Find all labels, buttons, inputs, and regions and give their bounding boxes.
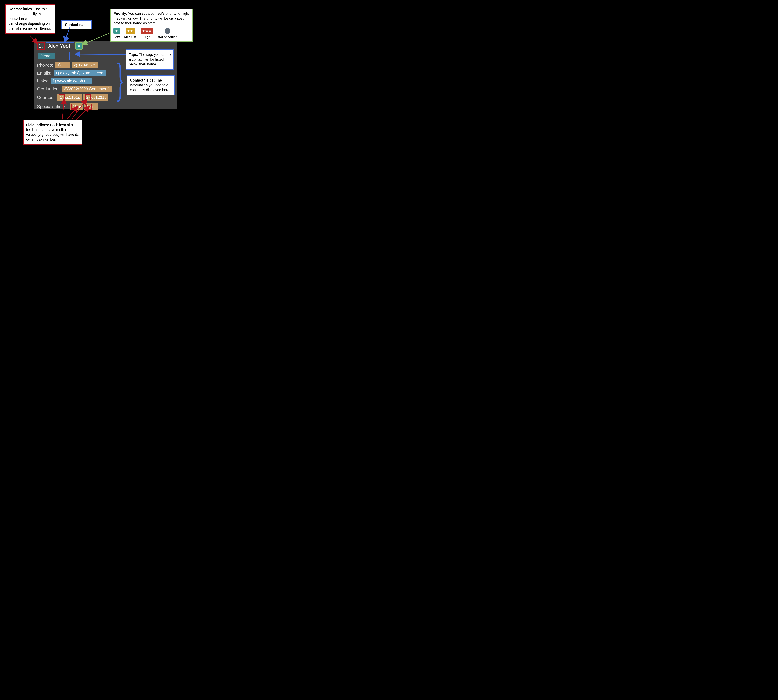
dash-icon: - xyxy=(165,28,170,34)
graduation-pill: AY2022/2023 Semester 1 xyxy=(62,86,112,92)
tag-chip: friends xyxy=(38,53,55,59)
link-pill: 1) www.alexyeoh.net xyxy=(50,78,92,84)
callout-priority: Priority: You can set a contact's priori… xyxy=(110,8,193,42)
star-icon: ★ xyxy=(77,44,81,48)
field-label: Emails: xyxy=(37,71,51,76)
legend-medium: ★★ Medium xyxy=(124,28,136,39)
legend-none: - Not specified xyxy=(158,28,177,39)
field-label: Graduation: xyxy=(37,87,60,92)
spec-pill: 2)ml xyxy=(84,103,99,110)
callout-tags: Tags: The tags you add to a contact will… xyxy=(126,50,174,70)
brace-icon: } xyxy=(115,53,125,107)
specialisations-row: Specialisations: 1)ai 2)ml xyxy=(37,103,174,110)
contact-name: Alex Yeoh xyxy=(46,42,74,50)
tags-container: friends xyxy=(37,52,70,60)
field-label: Specialisations: xyxy=(37,104,67,109)
field-label: Phones: xyxy=(37,63,53,68)
field-label: Links: xyxy=(37,78,48,83)
callout-contact-name: Contact name xyxy=(62,20,92,29)
email-pill: 1) alexyeoh@example.com xyxy=(53,70,106,76)
star-icon: ★ xyxy=(114,28,120,34)
field-label: Courses: xyxy=(37,95,55,100)
callout-contact-index: Contact index: Use this number to specif… xyxy=(5,4,55,33)
star-icon: ★★ xyxy=(125,28,135,34)
callout-field-indices: Field indices: Each item of a field that… xyxy=(23,120,82,145)
priority-badge: ★ xyxy=(75,42,83,50)
course-pill: 2)cs1231s xyxy=(83,94,108,101)
legend-low: ★ Low xyxy=(114,28,120,39)
diagram-stage: 1. Alex Yeoh ★ friends Phones: 1) 123 2)… xyxy=(0,0,198,148)
phone-pill: 1) 123 xyxy=(55,62,70,68)
course-pill: 1)cs1101s xyxy=(57,94,82,101)
phone-pill: 2) 12345679 xyxy=(72,62,98,68)
star-icon: ★★★ xyxy=(141,28,153,34)
spec-pill: 1)ai xyxy=(70,103,83,110)
legend-high: ★★★ High xyxy=(141,28,153,39)
contact-index: 1. xyxy=(37,42,45,50)
callout-fields: Contact fields: The information you add … xyxy=(127,75,175,95)
